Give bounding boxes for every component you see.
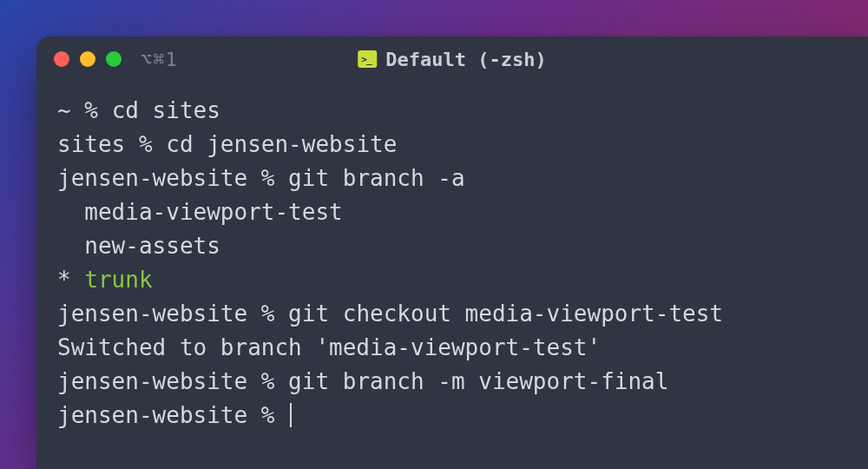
window-title-text: Default (-zsh) bbox=[385, 49, 546, 70]
command-text: cd sites bbox=[112, 97, 220, 123]
command-text: cd jensen-website bbox=[166, 131, 397, 157]
prompt: jensen-website % bbox=[57, 368, 288, 394]
terminal-line: jensen-website % git checkout media-view… bbox=[57, 297, 847, 331]
terminal-output: new-assets bbox=[57, 229, 847, 263]
prompt: jensen-website % bbox=[57, 301, 288, 327]
prompt: jensen-website % bbox=[57, 165, 288, 191]
close-button[interactable] bbox=[54, 51, 69, 67]
prompt: ~ % bbox=[57, 97, 112, 123]
maximize-button[interactable] bbox=[106, 51, 122, 67]
terminal-line: jensen-website % bbox=[57, 399, 847, 433]
current-branch-name: trunk bbox=[84, 267, 152, 293]
terminal-line: ~ % cd sites bbox=[57, 94, 847, 128]
command-text: git checkout media-viewport-test bbox=[288, 301, 723, 327]
traffic-lights bbox=[54, 51, 122, 67]
prompt: jensen-website % bbox=[57, 402, 288, 428]
minimize-button[interactable] bbox=[80, 51, 95, 67]
terminal-output: * trunk bbox=[57, 263, 847, 297]
terminal-icon bbox=[358, 50, 377, 68]
window-shortcut-label: ⌥⌘1 bbox=[141, 49, 178, 70]
terminal-body[interactable]: ~ % cd sites sites % cd jensen-website j… bbox=[36, 82, 868, 445]
command-text: git branch -m viewport-final bbox=[288, 368, 668, 394]
window-title: Default (-zsh) bbox=[358, 49, 546, 70]
terminal-line: jensen-website % git branch -m viewport-… bbox=[57, 365, 847, 399]
terminal-line: jensen-website % git branch -a bbox=[57, 162, 847, 195]
titlebar: ⌥⌘1 Default (-zsh) bbox=[36, 36, 868, 82]
cursor bbox=[290, 403, 292, 427]
terminal-output: media-viewport-test bbox=[57, 195, 847, 229]
terminal-window: ⌥⌘1 Default (-zsh) ~ % cd sites sites % … bbox=[36, 36, 868, 469]
current-branch-marker: * bbox=[57, 267, 84, 293]
command-text: git branch -a bbox=[288, 165, 465, 191]
prompt: sites % bbox=[57, 131, 166, 157]
terminal-output: Switched to branch 'media-viewport-test' bbox=[57, 331, 847, 365]
terminal-line: sites % cd jensen-website bbox=[57, 128, 847, 162]
